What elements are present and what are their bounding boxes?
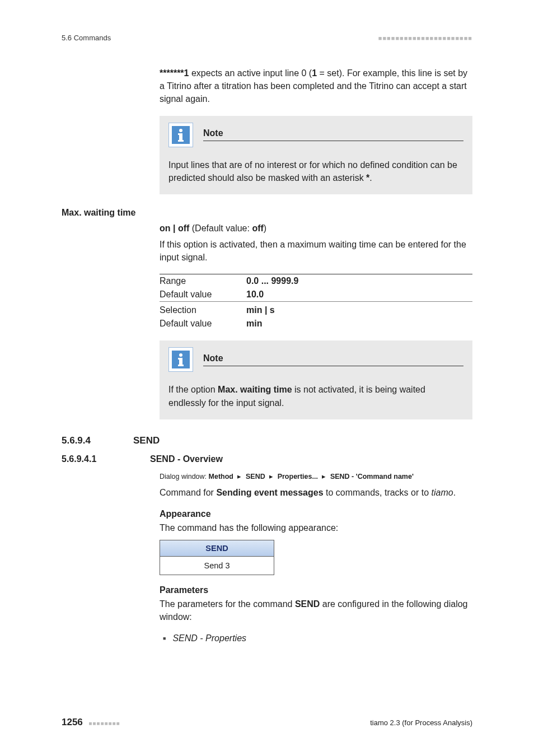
on-off-line: on | off (Default value: off) — [160, 223, 472, 234]
svg-rect-4 — [178, 140, 184, 142]
subsection-number: 5.6.9.4.1 — [62, 454, 134, 464]
params-list: ■ SEND - Properties — [160, 633, 472, 643]
subsection-title: SEND - Overview — [150, 454, 223, 464]
send-command-widget: SEND Send 3 — [160, 540, 274, 575]
param-heading-max-waiting: Max. waiting time — [62, 207, 160, 218]
header-ornament: ■■■■■■■■■■■■■■■■■■■■■■ — [378, 35, 472, 41]
range-table: Range0.0 ... 9999.9 Default value10.0 Se… — [160, 274, 472, 330]
note-title: Note — [203, 353, 463, 365]
note-text: If the option Max. waiting time is not a… — [168, 383, 463, 409]
section-title-send: SEND — [133, 435, 160, 446]
appearance-desc: The command has the following appearance… — [160, 521, 472, 534]
section-number: 5.6.9.4 — [62, 435, 118, 446]
text: Command for — [160, 488, 216, 497]
value-range: 0.0 ... 9999.9 — [246, 274, 472, 288]
bold-send: SEND — [295, 599, 320, 609]
label-default: Default value — [160, 288, 246, 302]
mwt-description: If this option is activated, then a maxi… — [160, 238, 472, 264]
divider — [203, 366, 463, 366]
divider — [203, 141, 463, 141]
header-section: 5.6 Commands — [62, 34, 111, 42]
text: Input lines that are of no interest or f… — [168, 160, 457, 183]
svg-point-6 — [179, 353, 182, 357]
text: . — [453, 488, 456, 497]
label-range: Range — [160, 274, 246, 288]
text: ) — [264, 223, 266, 233]
bold-sending: Sending event messages — [216, 488, 323, 497]
appearance-heading: Appearance — [160, 509, 472, 519]
parameters-desc: The parameters for the command SEND are … — [160, 598, 472, 623]
triangle-icon: ▸ — [269, 472, 273, 480]
intro-paragraph: *******1 expects an active input line 0 … — [160, 67, 472, 106]
pattern-code: *******1 — [160, 68, 189, 78]
triangle-icon: ▸ — [322, 472, 326, 480]
svg-rect-3 — [178, 133, 181, 135]
footer-right: tiamo 2.3 (for Process Analysis) — [370, 718, 472, 727]
parameters-heading: Parameters — [160, 585, 472, 595]
italic-tiamo: tiamo — [432, 488, 453, 497]
link-send-properties[interactable]: SEND - Properties — [172, 633, 246, 643]
info-icon — [168, 123, 193, 147]
label-selection: Selection — [160, 302, 246, 318]
value-selection: min | s — [246, 302, 472, 318]
triangle-icon: ▸ — [237, 472, 241, 480]
note-box: Note If the option Max. waiting time is … — [160, 340, 472, 419]
note-text: Input lines that are of no interest or f… — [168, 158, 463, 184]
text: to commands, tracks or to — [324, 488, 432, 497]
text: . — [369, 173, 372, 183]
page-number: 1256 — [62, 717, 83, 727]
onoff-default: off — [252, 223, 263, 233]
text: Dialog window: — [160, 473, 209, 480]
svg-rect-9 — [178, 365, 184, 366]
value-default2: min — [246, 317, 472, 330]
bc-method: Method — [209, 473, 233, 480]
command-for-paragraph: Command for Sending event messages to co… — [160, 486, 472, 499]
info-icon — [168, 347, 193, 372]
footer-left: 1256 ■■■■■■■■ — [62, 717, 120, 728]
list-item: ■ SEND - Properties — [163, 633, 472, 643]
svg-point-1 — [179, 129, 182, 132]
text: expects an active input line 0 ( — [189, 68, 312, 78]
note-title: Note — [203, 128, 463, 139]
bc-send: SEND — [246, 473, 265, 480]
dialog-breadcrumb: Dialog window: Method ▸ SEND ▸ Propertie… — [160, 472, 472, 480]
widget-body: Send 3 — [160, 557, 274, 575]
bold-one: 1 — [312, 68, 317, 78]
bc-properties: Properties... — [278, 473, 318, 480]
value-default: 10.0 — [246, 288, 472, 302]
label-default2: Default value — [160, 317, 246, 330]
bc-cmdname: SEND - 'Command name' — [330, 473, 414, 480]
svg-rect-8 — [178, 358, 181, 360]
bold-mwt: Max. waiting time — [218, 385, 292, 394]
text: The parameters for the command — [160, 599, 295, 609]
widget-header: SEND — [160, 540, 274, 557]
text: (Default value: — [189, 223, 252, 233]
footer-ornament: ■■■■■■■■ — [88, 720, 120, 726]
onoff-values: on | off — [160, 223, 189, 233]
text: If the option — [168, 385, 218, 394]
bullet-icon: ■ — [163, 636, 166, 641]
note-box: Note Input lines that are of no interest… — [160, 116, 472, 194]
